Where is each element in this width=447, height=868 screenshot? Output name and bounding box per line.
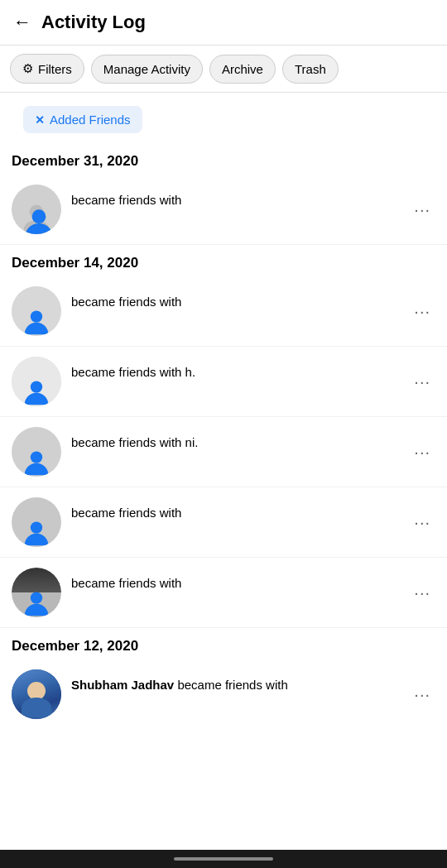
- remove-filter-icon[interactable]: ✕: [35, 113, 45, 127]
- archive-label: Archive: [222, 62, 263, 76]
- avatar: [12, 497, 61, 547]
- activity-text: became friends with h.: [71, 357, 409, 381]
- more-options-button[interactable]: ···: [409, 439, 435, 465]
- manage-activity-label: Manage Activity: [103, 62, 190, 76]
- activity-text: became friends with: [71, 286, 409, 310]
- svg-point-5: [31, 451, 42, 463]
- activity-action: became friends with: [71, 576, 181, 590]
- avatar: [12, 568, 61, 617]
- more-options-button[interactable]: ···: [409, 682, 435, 707]
- date-heading-dec31: December 31, 2020: [0, 143, 447, 175]
- activity-text: Shubham Jadhav became friends with: [71, 669, 409, 693]
- avatar: [12, 669, 61, 719]
- svg-point-3: [31, 310, 42, 322]
- activity-name: Shubham Jadhav: [71, 678, 174, 692]
- activity-action: became friends with: [71, 193, 181, 207]
- more-options-button[interactable]: ···: [409, 299, 435, 324]
- activity-text: became friends with ni.: [71, 427, 409, 451]
- activity-item: became friends with ···: [0, 175, 447, 245]
- filter-bar: ⚙ Filters Manage Activity Archive Trash: [0, 46, 447, 93]
- header: ← Activity Log: [0, 0, 447, 46]
- active-filter-label: Added Friends: [50, 113, 131, 127]
- activity-item: became friends with h. ···: [0, 347, 447, 417]
- activity-text: became friends with: [71, 185, 409, 209]
- svg-point-2: [32, 209, 46, 223]
- trash-pill[interactable]: Trash: [282, 55, 339, 84]
- activity-action: became friends with: [71, 506, 181, 520]
- avatar: [12, 427, 61, 477]
- active-filter-chip[interactable]: ✕ Added Friends: [23, 106, 142, 133]
- avatar: [12, 286, 61, 336]
- more-options-button[interactable]: ···: [409, 197, 435, 223]
- activity-action: became friends with ni.: [71, 435, 198, 449]
- bottom-nav-bar: [0, 850, 447, 868]
- active-filter-wrap: ✕ Added Friends: [0, 93, 447, 143]
- filters-icon: ⚙: [22, 61, 33, 76]
- archive-pill[interactable]: Archive: [209, 55, 276, 84]
- activity-text: became friends with: [71, 497, 409, 521]
- home-indicator: [174, 857, 273, 861]
- svg-point-6: [31, 521, 42, 533]
- activity-item: became friends with ···: [0, 487, 447, 558]
- svg-point-7: [31, 592, 42, 603]
- activity-item: Shubham Jadhav became friends with ···: [0, 659, 447, 729]
- more-options-button[interactable]: ···: [409, 510, 435, 535]
- avatar: [12, 357, 61, 406]
- filters-pill[interactable]: ⚙ Filters: [10, 54, 84, 84]
- date-heading-dec14: December 14, 2020: [0, 245, 447, 276]
- manage-activity-pill[interactable]: Manage Activity: [91, 55, 203, 84]
- back-button[interactable]: ←: [13, 12, 31, 33]
- activity-item: became friends with ···: [0, 558, 447, 628]
- activity-item: became friends with ···: [0, 276, 447, 347]
- svg-point-4: [31, 381, 42, 392]
- date-heading-dec12: December 12, 2020: [0, 628, 447, 659]
- activity-action: became friends with: [71, 295, 181, 309]
- activity-action: became friends with h.: [71, 365, 195, 379]
- activity-action: became friends with: [177, 678, 287, 692]
- filters-label: Filters: [38, 62, 72, 76]
- page-title: Activity Log: [41, 12, 146, 33]
- activity-text: became friends with: [71, 568, 409, 592]
- more-options-button[interactable]: ···: [409, 369, 435, 395]
- activity-item: became friends with ni. ···: [0, 417, 447, 487]
- more-options-button[interactable]: ···: [409, 580, 435, 606]
- trash-label: Trash: [295, 62, 326, 76]
- avatar: [12, 185, 61, 234]
